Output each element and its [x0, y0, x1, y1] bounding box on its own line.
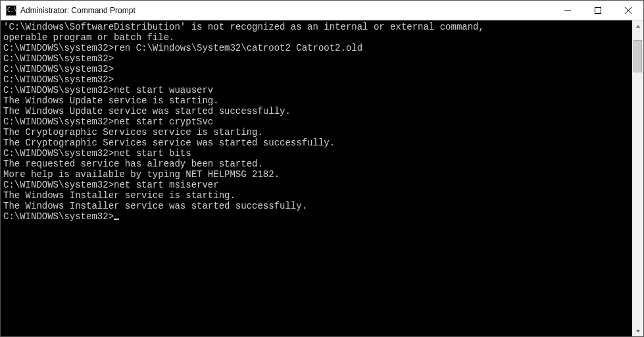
close-button[interactable] — [613, 1, 643, 20]
terminal-line: C:\WINDOWS\system32>ren C:\Windows\Syste… — [3, 43, 630, 53]
terminal-line: C:\WINDOWS\system32> — [3, 53, 630, 64]
svg-rect-3 — [595, 7, 601, 13]
terminal-line: The Windows Update service is starting. — [3, 95, 630, 106]
scrollbar-thumb[interactable] — [633, 40, 642, 72]
terminal-line: C:\WINDOWS\system32> — [3, 211, 630, 222]
scrollbar-track[interactable] — [632, 32, 643, 325]
terminal-output[interactable]: 'C:\Windows\SoftwareDistribution' is not… — [1, 20, 632, 336]
maximize-button[interactable] — [583, 1, 613, 20]
terminal-line: C:\WINDOWS\system32> — [3, 74, 630, 85]
terminal-area: 'C:\Windows\SoftwareDistribution' is not… — [1, 20, 643, 336]
minimize-button[interactable] — [553, 1, 583, 20]
window-title: Administrator: Command Prompt — [20, 6, 136, 15]
terminal-line: C:\WINDOWS\system32>net start wuauserv — [3, 85, 630, 95]
terminal-line: The Windows Installer service was starte… — [3, 201, 630, 211]
cmd-icon: C:\ — [6, 5, 16, 16]
terminal-line: The Windows Installer service is startin… — [3, 190, 630, 201]
terminal-line: The Cryptographic Services service is st… — [3, 127, 630, 138]
vertical-scrollbar[interactable] — [632, 20, 643, 336]
terminal-line: operable program or batch file. — [3, 32, 630, 43]
terminal-line: 'C:\Windows\SoftwareDistribution' is not… — [3, 22, 630, 32]
terminal-line: The Cryptographic Services service was s… — [3, 138, 630, 148]
svg-text:C:\: C:\ — [7, 7, 16, 13]
terminal-line: The requested service has already been s… — [3, 159, 630, 169]
terminal-line: More help is available by typing NET HEL… — [3, 169, 630, 180]
titlebar[interactable]: C:\ Administrator: Command Prompt — [1, 1, 643, 20]
terminal-line: C:\WINDOWS\system32> — [3, 64, 630, 74]
scroll-down-button[interactable] — [632, 325, 643, 336]
terminal-line: C:\WINDOWS\system32>net start msiserver — [3, 180, 630, 190]
cmd-window: C:\ Administrator: Command Prompt 'C:\Wi… — [0, 0, 644, 337]
terminal-line: C:\WINDOWS\system32>net start cryptSvc — [3, 117, 630, 127]
cursor — [114, 219, 119, 220]
terminal-line: The Windows Update service was started s… — [3, 106, 630, 117]
scroll-up-button[interactable] — [632, 20, 643, 32]
terminal-line: C:\WINDOWS\system32>net start bits — [3, 148, 630, 159]
